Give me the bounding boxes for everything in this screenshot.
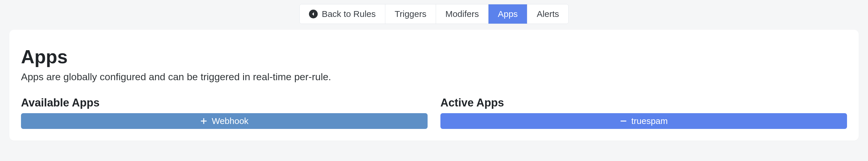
columns: Available Apps Webhook Active Apps trues…	[21, 97, 847, 129]
minus-icon	[620, 117, 627, 125]
tab-label: Back to Rules	[322, 9, 376, 19]
tab-label: Modifers	[445, 9, 479, 19]
tab-modifiers[interactable]: Modifers	[436, 4, 489, 24]
tab-label: Alerts	[536, 9, 559, 19]
active-apps-column: Active Apps truespam	[440, 97, 847, 129]
tab-label: Apps	[498, 9, 518, 19]
app-button-label: truespam	[631, 116, 668, 126]
available-apps-column: Available Apps Webhook	[21, 97, 428, 129]
tab-alerts[interactable]: Alerts	[527, 4, 568, 24]
tab-apps[interactable]: Apps	[489, 4, 527, 24]
plus-icon	[200, 117, 208, 125]
back-arrow-icon	[309, 10, 318, 18]
page-subtitle: Apps are globally configured and can be …	[21, 71, 847, 83]
active-apps-heading: Active Apps	[440, 97, 847, 109]
available-apps-heading: Available Apps	[21, 97, 428, 109]
tab-bar: Back to Rules Triggers Modifers Apps Ale…	[0, 0, 868, 30]
tab-group: Back to Rules Triggers Modifers Apps Ale…	[299, 4, 569, 24]
remove-truespam-button[interactable]: truespam	[440, 113, 847, 129]
tab-triggers[interactable]: Triggers	[385, 4, 436, 24]
tab-back-to-rules[interactable]: Back to Rules	[300, 4, 385, 24]
tab-label: Triggers	[395, 9, 427, 19]
main-card: Apps Apps are globally configured and ca…	[9, 30, 859, 141]
add-webhook-button[interactable]: Webhook	[21, 113, 428, 129]
app-button-label: Webhook	[212, 116, 248, 126]
page-title: Apps	[21, 46, 847, 68]
